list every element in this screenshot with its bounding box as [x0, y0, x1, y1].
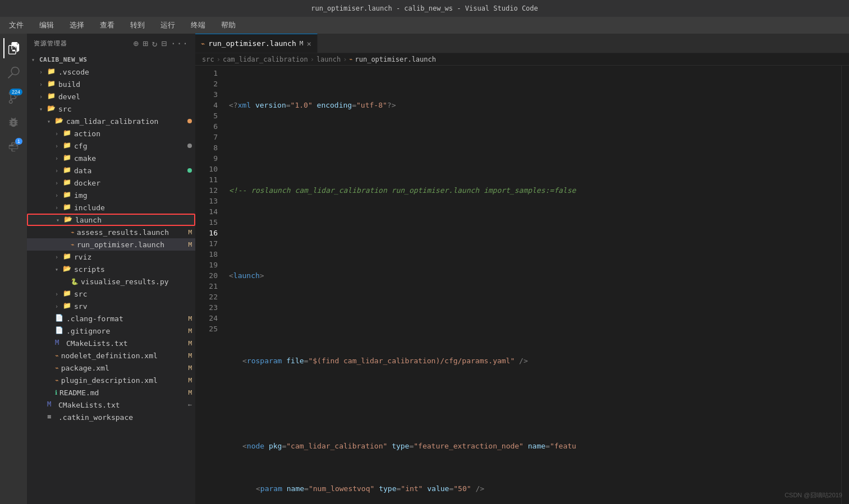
tab-close-button[interactable]: ×: [306, 39, 311, 48]
ln-14: 14: [195, 206, 218, 217]
folder-icon: 📁: [63, 289, 72, 298]
menu-item-文件[interactable]: 文件: [6, 19, 27, 31]
new-folder-icon[interactable]: ⊞: [143, 38, 149, 49]
line-numbers: 1 2 3 4 5 6 7 8 9 10 11 12 13 14 15 16 1…: [195, 66, 223, 504]
workspace-root[interactable]: ▾ CALIB_NEW_WS: [27, 53, 195, 66]
ln-8: 8: [195, 142, 218, 153]
sidebar-item-nodelet[interactable]: › ⌁ nodelet_definition.xml M: [27, 349, 195, 362]
sidebar-item-assess-results[interactable]: › ⌁ assess_results.launch M: [27, 226, 195, 238]
sidebar-item-package[interactable]: › ⌁ package.xml M: [27, 362, 195, 374]
sidebar-item-visualise[interactable]: › 🐍 visualise_results.py: [27, 275, 195, 288]
tab-spacer: [318, 34, 849, 53]
menu-bar: 文件编辑选择查看转到运行终端帮助: [0, 17, 849, 34]
sidebar-item-gitignore[interactable]: › 📄 .gitignore M: [27, 325, 195, 337]
tab-run-optimiser[interactable]: ⌁ run_optimiser.launch M ×: [195, 34, 318, 53]
sidebar-item-devel[interactable]: › 📁 devel: [27, 90, 195, 103]
breadcrumb-launch[interactable]: launch: [316, 56, 341, 63]
sidebar-item-build[interactable]: › 📁 build: [27, 78, 195, 90]
ln-2: 2: [195, 78, 218, 89]
collapse-icon[interactable]: ⊟: [161, 38, 167, 49]
source-control-badge: 224: [10, 89, 22, 95]
ln-15: 15: [195, 217, 218, 228]
sidebar-item-rviz[interactable]: › 📁 rviz: [27, 251, 195, 263]
sidebar-item-include[interactable]: › 📁 include: [27, 201, 195, 214]
menu-item-转到[interactable]: 转到: [127, 19, 148, 31]
workspace-label: CALIB_NEW_WS: [39, 56, 87, 63]
code-line-10: <param name="num_lowestvoq" type="int" v…: [229, 483, 841, 494]
sidebar-item-catkin[interactable]: › ≡ .catkin_workspace: [27, 411, 195, 423]
sidebar-item-action[interactable]: › 📁 action: [27, 127, 195, 140]
new-file-icon[interactable]: ⊕: [134, 38, 140, 49]
debug-icon[interactable]: [3, 112, 24, 132]
modified-badge4: M: [188, 352, 192, 359]
folder-open-icon: 📂: [63, 265, 72, 274]
arrow-collapsed: ›: [55, 143, 63, 149]
folder-icon: 📁: [63, 129, 72, 138]
folder-icon: 📁: [63, 141, 72, 150]
ln-25: 25: [195, 323, 218, 334]
explorer-icon[interactable]: [3, 38, 24, 58]
breadcrumb-cam-lidar[interactable]: cam_lidar_calibration: [223, 56, 308, 63]
file-icon: 📄: [55, 326, 64, 335]
breadcrumb-filename[interactable]: run_optimiser.launch: [355, 56, 437, 63]
sidebar-item-img[interactable]: › 📁 img: [27, 189, 195, 201]
sidebar-item-launch[interactable]: ▾ 📂 launch: [27, 214, 195, 226]
menu-item-运行[interactable]: 运行: [157, 19, 178, 31]
menu-item-帮助[interactable]: 帮助: [218, 19, 239, 31]
modified-badge5: M: [188, 364, 192, 372]
editor-content[interactable]: 1 2 3 4 5 6 7 8 9 10 11 12 13 14 15 16 1…: [195, 66, 849, 504]
folder-icon: 📁: [63, 191, 72, 200]
sidebar-item-cam-lidar[interactable]: ▾ 📂 cam_lidar_calibration: [27, 115, 195, 127]
ros-file-icon-2: ⌁: [71, 241, 75, 248]
arrow-expanded: ▾: [56, 217, 64, 223]
sidebar-item-docker[interactable]: › 📁 docker: [27, 177, 195, 189]
sidebar-item-cmakelists-root[interactable]: › M CMakeLists.txt ←: [27, 399, 195, 411]
menu-item-选择[interactable]: 选择: [66, 19, 88, 31]
sidebar-item-data[interactable]: › 📁 data: [27, 164, 195, 177]
scrollbar-track[interactable]: [841, 66, 849, 504]
folder-icon: 📁: [47, 80, 56, 89]
folder-icon: 📁: [63, 203, 72, 212]
catkin-icon: ≡: [47, 413, 56, 422]
code-area[interactable]: <?xml version="1.0" encoding="utf-8"?> <…: [223, 66, 841, 504]
sidebar-item-srv[interactable]: › 📁 srv: [27, 300, 195, 312]
arrow-collapsed: ›: [55, 303, 63, 309]
code-line-3: <!-- roslaunch cam_lidar_calibration run…: [229, 185, 841, 196]
menu-item-编辑[interactable]: 编辑: [36, 19, 57, 31]
sidebar-title: 资源管理器: [34, 39, 67, 48]
arrow-collapsed: ›: [55, 180, 63, 186]
sidebar-item-cfg[interactable]: › 📁 cfg: [27, 140, 195, 152]
title-bar: run_optimiser.launch - calib_new_ws - Vi…: [0, 0, 849, 17]
sidebar-item-vscode[interactable]: › 📁 .vscode: [27, 66, 195, 78]
sidebar-item-clang[interactable]: › 📄 .clang-format M: [27, 312, 195, 325]
xml-icon3: ⌁: [55, 377, 59, 384]
breadcrumb-src[interactable]: src: [202, 56, 214, 63]
data-dot: [187, 168, 192, 173]
sidebar-actions: ⊕ ⊞ ↻ ⊟ ···: [134, 38, 189, 49]
sidebar-item-readme[interactable]: › ℹ README.md M: [27, 386, 195, 399]
sidebar-item-scripts[interactable]: ▾ 📂 scripts: [27, 263, 195, 275]
ln-16: 16: [195, 228, 218, 238]
code-line-7: <rosparam file="$(find cam_lidar_calibra…: [229, 355, 841, 366]
ln-13: 13: [195, 196, 218, 206]
menu-item-终端[interactable]: 终端: [187, 19, 209, 31]
extensions-icon[interactable]: 1: [3, 137, 24, 157]
refresh-icon[interactable]: ↻: [152, 38, 158, 49]
sidebar-item-src2[interactable]: › 📁 src: [27, 288, 195, 300]
arrow-icon: ▾: [31, 57, 39, 63]
sidebar-item-cmakelists[interactable]: › M CMakeLists.txt M: [27, 337, 195, 349]
search-icon[interactable]: [3, 63, 24, 83]
more-actions-icon[interactable]: ···: [171, 38, 189, 49]
arrow-collapsed: ›: [39, 69, 47, 75]
sidebar-item-cmake[interactable]: › 📁 cmake: [27, 152, 195, 164]
ln-11: 11: [195, 174, 218, 185]
menu-item-查看[interactable]: 查看: [97, 19, 118, 31]
sidebar-item-src[interactable]: ▾ 📂 src: [27, 103, 195, 115]
code-line-4: [229, 228, 841, 238]
modified-m-2: M: [188, 241, 192, 248]
source-control-icon[interactable]: 224: [3, 87, 24, 108]
sidebar-item-plugin[interactable]: › ⌁ plugin_description.xml M: [27, 374, 195, 386]
sidebar-item-run-optimiser[interactable]: › ⌁ run_optimiser.launch M: [27, 238, 195, 251]
folder-open-icon: 📂: [64, 215, 73, 224]
info-icon: ℹ: [55, 389, 57, 396]
